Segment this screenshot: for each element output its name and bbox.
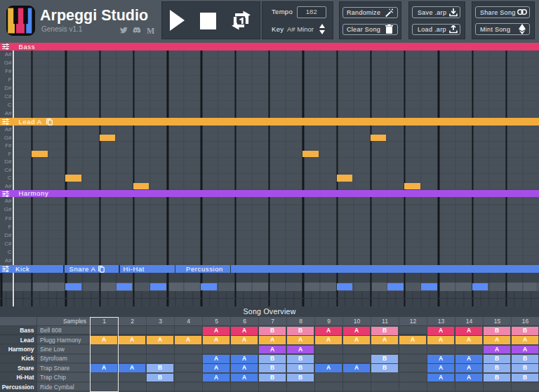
- svg-text:M: M: [147, 27, 154, 35]
